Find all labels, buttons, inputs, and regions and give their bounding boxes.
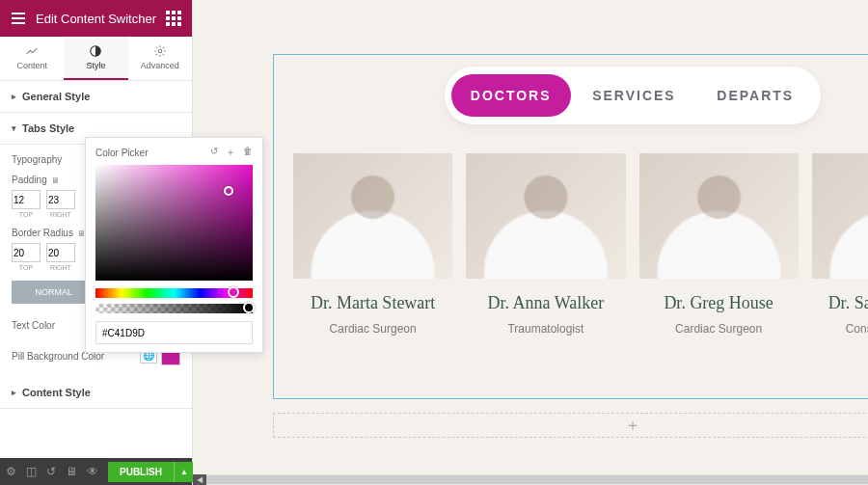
chevron-right-icon: ▸ bbox=[12, 92, 16, 101]
switcher-tab-departs[interactable]: DEPARTS bbox=[697, 74, 813, 117]
switcher-tabs: DOCTORS SERVICES DEPARTS bbox=[445, 67, 821, 124]
add-icon[interactable]: ＋ bbox=[226, 146, 235, 159]
doctor-card: Dr. Marta Stewart Cardiac Surgeon bbox=[293, 153, 452, 336]
publish-button[interactable]: PUBLISH bbox=[108, 462, 174, 482]
padding-label: Padding bbox=[12, 175, 47, 185]
navigator-icon[interactable]: ◫ bbox=[26, 465, 37, 478]
responsive-icon[interactable]: 🖥 bbox=[66, 465, 77, 478]
doctor-name: Dr. Anna Walker bbox=[466, 292, 625, 314]
publish-dropdown[interactable]: ▲ bbox=[174, 462, 194, 482]
sv-handle[interactable] bbox=[224, 186, 233, 196]
saturation-value-area[interactable] bbox=[95, 165, 253, 281]
scroll-left-arrow[interactable]: ◀ bbox=[193, 474, 206, 485]
hue-handle[interactable] bbox=[228, 286, 239, 298]
padding-right-unit: RIGHT bbox=[50, 211, 71, 218]
chevron-down-icon: ▾ bbox=[12, 123, 16, 133]
tab-content[interactable]: Content bbox=[0, 37, 64, 80]
border-radius-label: Border Radius bbox=[12, 228, 73, 238]
section-tabs-label: Tabs Style bbox=[22, 122, 74, 134]
undo-icon[interactable]: ↺ bbox=[210, 146, 218, 159]
panel-footer: ⚙ ◫ ↺ 🖥 👁 PUBLISH ▲ bbox=[0, 458, 192, 485]
hamburger-icon[interactable] bbox=[10, 10, 27, 27]
hex-input[interactable] bbox=[95, 321, 253, 344]
doctor-name: Dr. Sarah Johnson bbox=[812, 292, 868, 314]
doctor-photo bbox=[639, 153, 799, 279]
canvas: DOCTORS SERVICES DEPARTS Dr. Marta Stewa… bbox=[193, 0, 868, 485]
section-general-style[interactable]: ▸ General Style bbox=[0, 81, 192, 113]
doctor-cards: Dr. Marta Stewart Cardiac Surgeon Dr. An… bbox=[293, 153, 868, 336]
padding-top-unit: TOP bbox=[19, 211, 33, 218]
doctor-name: Dr. Marta Stewart bbox=[293, 292, 452, 314]
doctor-name: Dr. Greg House bbox=[639, 292, 799, 314]
doctor-role: Cardiac Surgeon bbox=[293, 322, 452, 336]
switcher-tab-doctors[interactable]: DOCTORS bbox=[451, 74, 571, 117]
color-picker-title: Color Picker bbox=[95, 148, 148, 158]
alpha-slider[interactable] bbox=[95, 304, 253, 313]
doctor-role: Cardiac Surgeon bbox=[639, 322, 799, 336]
section-content-style[interactable]: ▸ Content Style bbox=[0, 377, 192, 409]
apps-icon[interactable] bbox=[165, 10, 182, 27]
horizontal-scrollbar[interactable]: ◀ bbox=[193, 474, 868, 485]
settings-icon[interactable]: ⚙ bbox=[6, 465, 16, 478]
section-content-label: Content Style bbox=[22, 387, 91, 398]
state-normal-button[interactable]: NORMAL bbox=[12, 281, 96, 304]
desktop-icon[interactable]: 🖥 bbox=[51, 175, 60, 185]
delete-icon[interactable]: 🗑 bbox=[243, 146, 253, 159]
switcher-tab-services[interactable]: SERVICES bbox=[573, 74, 695, 117]
tab-style-label: Style bbox=[86, 61, 105, 70]
doctor-role: Consalting Doctor bbox=[812, 322, 868, 336]
add-section-button[interactable]: ＋ bbox=[273, 413, 868, 438]
radius-right-unit: RIGHT bbox=[50, 264, 71, 271]
text-color-label: Text Color bbox=[12, 320, 55, 331]
doctor-photo bbox=[812, 153, 868, 279]
preview-icon[interactable]: 👁 bbox=[87, 465, 98, 478]
tab-style[interactable]: Style bbox=[64, 37, 127, 80]
panel-title: Edit Content Switcher bbox=[27, 12, 165, 26]
radius-top-unit: TOP bbox=[19, 264, 33, 271]
padding-top-input[interactable] bbox=[12, 190, 41, 209]
section-general-label: General Style bbox=[22, 91, 90, 102]
doctor-card: Dr. Anna Walker Traumatologist bbox=[466, 153, 625, 336]
radius-right-input[interactable] bbox=[46, 243, 75, 262]
radius-top-input[interactable] bbox=[12, 243, 41, 262]
color-picker-popover: Color Picker ↺ ＋ 🗑 bbox=[85, 137, 263, 353]
doctor-card: Dr. Greg House Cardiac Surgeon bbox=[639, 153, 799, 336]
tab-advanced[interactable]: Advanced bbox=[128, 37, 192, 80]
content-switcher-widget[interactable]: DOCTORS SERVICES DEPARTS Dr. Marta Stewa… bbox=[273, 54, 868, 399]
chevron-right-icon: ▸ bbox=[12, 388, 16, 397]
alpha-handle[interactable] bbox=[243, 302, 255, 313]
padding-right-input[interactable] bbox=[46, 190, 75, 209]
scroll-thumb[interactable] bbox=[206, 475, 868, 484]
doctor-photo bbox=[293, 153, 452, 279]
panel-header: Edit Content Switcher bbox=[0, 0, 192, 37]
doctor-role: Traumatologist bbox=[466, 322, 625, 336]
tab-advanced-label: Advanced bbox=[141, 61, 179, 70]
svg-point-1 bbox=[158, 49, 162, 53]
tab-content-label: Content bbox=[16, 61, 47, 70]
editor-tabs: Content Style Advanced bbox=[0, 37, 192, 81]
history-icon[interactable]: ↺ bbox=[46, 465, 56, 478]
hue-slider[interactable] bbox=[95, 288, 253, 298]
doctor-card: Dr. Sarah Johnson Consalting Doctor bbox=[812, 153, 868, 336]
doctor-photo bbox=[466, 153, 625, 279]
